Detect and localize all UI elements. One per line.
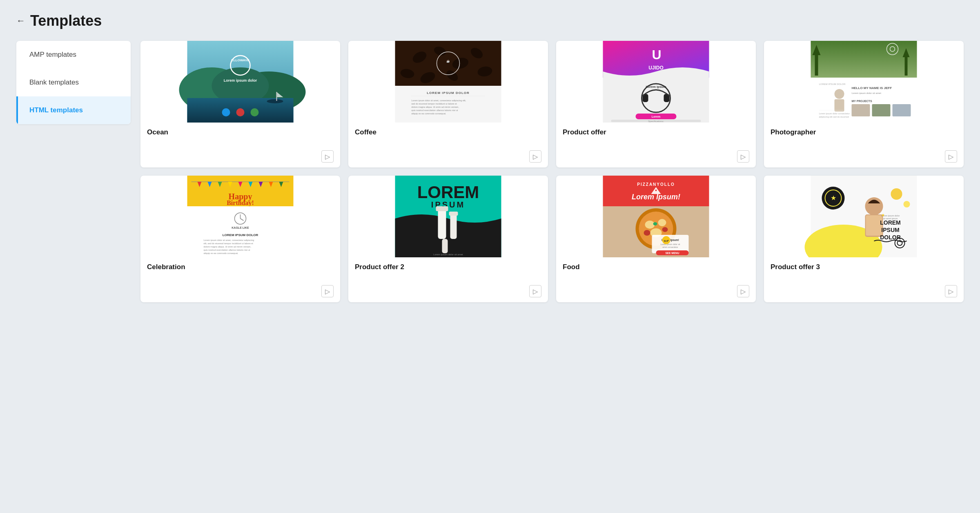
svg-point-110 [662,227,668,232]
template-info-product-offer-2: Product offer 2 [348,257,548,285]
svg-rect-95 [449,212,458,216]
svg-text:aliquip ex ea commodo consequa: aliquip ex ea commodo consequat. [204,252,238,254]
template-footer-ocean: ▷ [140,150,340,167]
svg-text:★: ★ [831,194,836,201]
template-info-photographer: Photographer [764,123,964,150]
main-layout: AMP templates Blank templates HTML templ… [16,41,964,302]
svg-text:U: U [652,47,662,62]
svg-point-106 [645,221,655,229]
template-thumbnail-product-offer: U UJIDO Lorem ipsum Lorem [556,41,756,123]
use-template-product-offer-3[interactable]: ▷ [945,285,957,297]
svg-text:UJIDO: UJIDO [648,65,664,71]
svg-point-109 [644,230,650,236]
use-template-coffee[interactable]: ▷ [529,150,541,163]
template-name-food: Food [563,263,749,271]
page-title: Templates [30,12,102,29]
svg-text:LOREM: LOREM [417,183,479,202]
svg-point-8 [222,108,230,116]
template-info-celebration: Celebration [140,257,340,285]
use-template-product-offer[interactable]: ▷ [737,150,749,163]
svg-text:LOREM IPSUM DOLOR: LOREM IPSUM DOLOR [223,233,258,237]
svg-rect-55 [835,99,844,112]
svg-text:Lorem ipsum dolor sit amet: Lorem ipsum dolor sit amet [433,253,463,256]
template-card-product-offer[interactable]: U UJIDO Lorem ipsum Lorem [556,41,756,167]
svg-text:LOREM IPSUM DOLOR: LOREM IPSUM DOLOR [427,91,470,95]
svg-text:Lorem ipsum dolor sit amet, co: Lorem ipsum dolor sit amet, consectetur … [412,99,466,102]
svg-text:★: ★ [881,213,885,217]
template-info-ocean: Ocean [140,123,340,150]
template-footer-photographer: ▷ [764,150,964,167]
svg-point-128 [891,188,902,200]
svg-text:Lorem: Lorem [652,115,660,118]
template-name-celebration: Celebration [147,263,334,271]
template-footer-product-offer-3: ▷ [764,285,964,302]
template-info-product-offer: Product offer [556,123,756,150]
svg-text:$19⁹: $19⁹ [664,240,669,242]
svg-text:PIZZANYOLLO: PIZZANYOLLO [637,182,675,187]
svg-point-10 [251,108,259,116]
template-name-photographer: Photographer [771,128,957,136]
svg-text:sit amet ipsum: sit amet ipsum [883,217,898,220]
svg-point-129 [904,201,910,207]
svg-text:Lorem ipsum dolor consectetur: Lorem ipsum dolor consectetur [819,112,850,115]
svg-rect-14 [395,41,501,86]
svg-rect-46 [815,53,818,76]
svg-text:☕: ☕ [446,59,450,63]
svg-text:dolore magna aliqua. Ut enim a: dolore magna aliqua. Ut enim ad minim ve… [204,245,252,248]
svg-point-101 [655,190,657,191]
template-card-product-offer-2[interactable]: LOREM IPSUM Lorem ipsum dolor sit amet [348,176,548,302]
template-thumbnail-photographer: LOREM IPSUM DOLOR HELLO MY NAME IS JEFF … [764,41,964,123]
template-card-celebration[interactable]: Happy Birthday! KAGLE LIKE LOREM IPSUM D… [140,176,340,302]
svg-rect-12 [276,92,277,101]
template-info-coffee: Coffee [348,123,548,150]
svg-text:IPSUM: IPSUM [881,227,899,233]
template-card-product-offer-3[interactable]: ★ LOREM IPSUM DOLOR Lorem ipsum dolor [764,176,964,302]
templates-grid: ELLOWAVE Lorem ipsum dolor Ocean [140,41,964,302]
template-info-food: Food [556,257,756,285]
template-card-food[interactable]: PIZZANYOLLO Lorem Ipsum! [556,176,756,302]
template-footer-product-offer-2: ▷ [348,285,548,302]
svg-text:LOREM: LOREM [880,219,901,226]
sidebar-item-html[interactable]: HTML templates [16,96,131,124]
svg-text:Lorem ipsum dolor: Lorem ipsum dolor [224,78,257,83]
svg-text:Lorem ipsum: Lorem ipsum [646,85,666,89]
template-name-ocean: Ocean [147,128,334,136]
svg-point-9 [236,108,245,116]
template-footer-product-offer: ▷ [556,150,756,167]
template-card-coffee[interactable]: ☕ LOREM IPSUM DOLOR Lorem ipsum dolor si… [348,41,548,167]
svg-text:elit, sed do eiusmod tempor in: elit, sed do eiusmod tempor incididunt u… [204,242,254,245]
svg-text:Lorem ipsum dolor sit: Lorem ipsum dolor sit [661,243,680,245]
svg-text:quis nostrud exercitation ulla: quis nostrud exercitation ullamco labori… [412,109,458,112]
sidebar: AMP templates Blank templates HTML templ… [16,41,131,124]
svg-point-11 [267,99,283,103]
svg-text:quis nostrud exercitation ulla: quis nostrud exercitation ullamco labori… [204,249,250,251]
use-template-photographer[interactable]: ▷ [945,150,957,163]
template-card-ocean[interactable]: ELLOWAVE Lorem ipsum dolor Ocean [140,41,340,167]
svg-text:Specifications:: Specifications: [648,120,664,123]
template-info-product-offer-3: Product offer 3 [764,257,964,285]
svg-text:MY PROJECTS: MY PROJECTS [852,100,872,103]
template-name-product-offer-3: Product offer 3 [771,263,957,271]
template-name-coffee: Coffee [355,128,541,136]
use-template-food[interactable]: ▷ [737,285,749,297]
svg-text:Lorem Ipsum!: Lorem Ipsum! [632,193,680,201]
template-thumbnail-celebration: Happy Birthday! KAGLE LIKE LOREM IPSUM D… [140,176,340,257]
svg-rect-45 [811,41,917,78]
use-template-product-offer-2[interactable]: ▷ [529,285,541,297]
use-template-ocean[interactable]: ▷ [321,150,334,163]
template-card-photographer[interactable]: LOREM IPSUM DOLOR HELLO MY NAME IS JEFF … [764,41,964,167]
back-button[interactable]: ← [16,16,25,26]
svg-text:ELLOWAVE: ELLOWAVE [231,58,249,62]
template-thumbnail-food: PIZZANYOLLO Lorem Ipsum! [556,176,756,257]
template-thumbnail-product-offer-2: LOREM IPSUM Lorem ipsum dolor sit amet [348,176,548,257]
svg-text:SEE MENU: SEE MENU [666,252,679,254]
svg-text:Lorem ipsum dolor sit amet: Lorem ipsum dolor sit amet [852,92,882,94]
sidebar-item-blank[interactable]: Blank templates [16,69,131,96]
svg-text:Lorem ipsum dolor sit amet, co: Lorem ipsum dolor sit amet, consectetur … [204,239,254,241]
template-footer-celebration: ▷ [140,285,340,302]
svg-rect-60 [872,104,891,116]
svg-text:DOLOR: DOLOR [880,234,901,241]
use-template-celebration[interactable]: ▷ [321,285,334,297]
template-thumbnail-ocean: ELLOWAVE Lorem ipsum dolor [140,41,340,123]
sidebar-item-amp[interactable]: AMP templates [16,41,131,69]
